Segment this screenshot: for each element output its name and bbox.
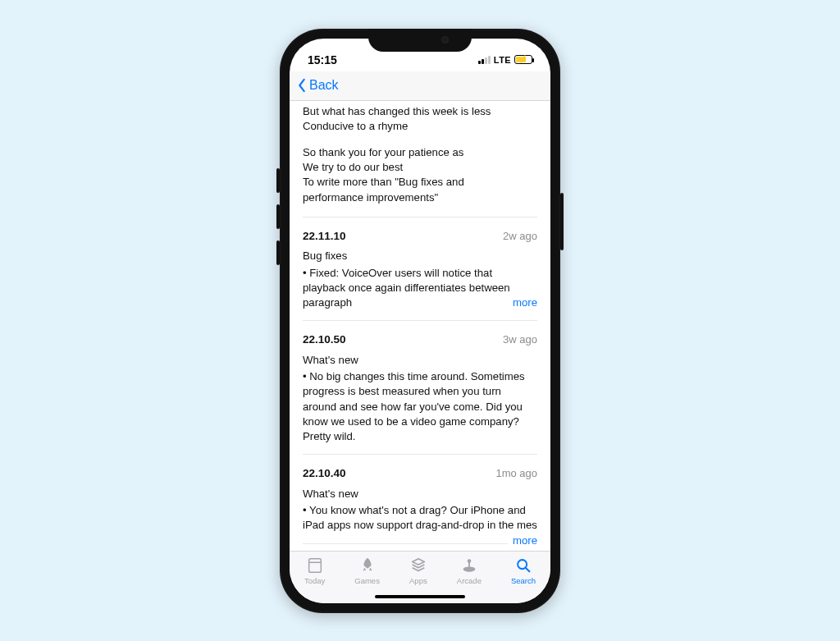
tab-bar: Today Games Apps Arcade (290, 551, 550, 603)
tab-label: Today (304, 576, 325, 585)
tab-search[interactable]: Search (511, 556, 536, 585)
rocket-icon (358, 556, 377, 575)
nav-bar: Back (290, 71, 550, 101)
notch (368, 29, 472, 52)
entry-title: What's new (303, 487, 537, 501)
svg-rect-0 (308, 558, 321, 572)
svg-line-6 (526, 567, 529, 570)
entry-body: • No big changes this time around. Somet… (303, 369, 537, 444)
more-button[interactable]: more (508, 295, 537, 310)
back-button[interactable]: Back (296, 78, 339, 93)
screen: 15:15 LTE ⚡ Back But what has changed th… (290, 39, 550, 603)
tab-label: Apps (409, 576, 427, 585)
version-entry: 22.10.20 1mo ago What's new • If you're … (303, 543, 537, 551)
status-time: 15:15 (308, 53, 337, 66)
home-indicator[interactable] (375, 595, 465, 598)
version-entry: 22.10.50 3w ago What's new • No big chan… (303, 320, 537, 454)
entry-title: What's new (303, 353, 537, 368)
carrier-label: LTE (494, 55, 511, 65)
back-label: Back (309, 78, 339, 93)
version-entry: 22.10.40 1mo ago What's new • You know w… (303, 454, 537, 543)
entry-body: • Fixed: VoiceOver users will notice tha… (303, 266, 537, 311)
version-history-content[interactable]: But what has changed this week is less C… (290, 101, 550, 551)
tab-label: Arcade (457, 576, 482, 585)
chevron-left-icon (296, 78, 308, 93)
entry-body: • You know what's not a drag? Our iPhone… (303, 503, 537, 533)
entry-title: Bug fixes (303, 249, 537, 263)
version-entry: 22.11.10 2w ago Bug fixes • Fixed: Voice… (303, 217, 537, 321)
phone-frame: 15:15 LTE ⚡ Back But what has changed th… (280, 29, 560, 613)
release-note-fragment: But what has changed this week is less C… (303, 101, 537, 205)
version-age: 1mo ago (495, 466, 537, 481)
svg-point-4 (468, 559, 472, 563)
tab-arcade[interactable]: Arcade (457, 556, 482, 585)
tab-apps[interactable]: Apps (409, 556, 427, 585)
status-right: LTE ⚡ (478, 55, 532, 65)
version-number: 22.11.10 (303, 229, 346, 245)
version-number: 22.10.40 (303, 466, 346, 482)
version-number: 22.10.50 (303, 332, 346, 348)
apps-icon (409, 556, 427, 575)
version-age: 3w ago (503, 332, 537, 347)
more-button[interactable]: more (508, 533, 537, 548)
tab-label: Search (511, 576, 536, 585)
version-age: 2w ago (503, 229, 537, 244)
today-icon (306, 556, 324, 575)
battery-icon: ⚡ (514, 55, 532, 64)
tab-label: Games (354, 576, 380, 585)
signal-icon (478, 56, 491, 64)
tab-games[interactable]: Games (354, 556, 380, 585)
search-icon (514, 556, 532, 575)
arcade-icon (460, 556, 478, 575)
tab-today[interactable]: Today (304, 556, 325, 585)
